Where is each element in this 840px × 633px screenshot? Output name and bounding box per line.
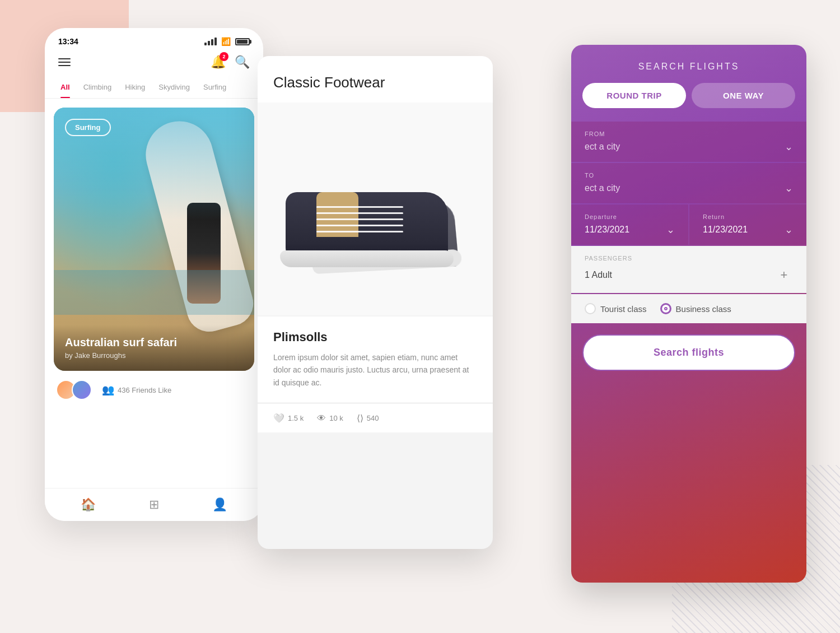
shoe-sole-main: [280, 250, 454, 267]
ecom-page-title: Classic Footwear: [273, 74, 477, 91]
search-flights-button[interactable]: Search flights: [582, 334, 795, 371]
business-radio: [660, 303, 671, 314]
round-trip-button[interactable]: ROUND TRIP: [582, 83, 686, 108]
dates-row: Departure 11/23/2021 ⌄ Return 11/23/2021…: [571, 204, 806, 245]
product-stats: 🤍 1.5 k 👁 10 k ⟨⟩ 540: [258, 403, 493, 432]
shoe-laces-main: [316, 206, 403, 237]
eye-icon: 👁: [317, 413, 326, 423]
card-info: Australian surf safari by Jake Burroughs: [54, 325, 254, 371]
header-actions: 🔔 2 🔍: [211, 55, 250, 69]
departure-section: Departure 11/23/2021 ⌄: [571, 204, 688, 245]
one-way-button[interactable]: ONE WAY: [692, 83, 795, 108]
nav-item-surfing[interactable]: Surfing: [197, 78, 233, 98]
heart-icon: 🤍: [273, 413, 284, 423]
passengers-section: PASSENGERS 1 Adult +: [571, 246, 806, 293]
from-city-section: FROM ect a city ⌄: [571, 122, 806, 162]
return-section: Return 11/23/2021 ⌄: [689, 204, 806, 245]
departure-label: Departure: [585, 213, 675, 220]
category-badge: Surfing: [65, 119, 111, 136]
departure-date-value[interactable]: 11/23/2021: [585, 225, 629, 235]
status-bar: 13:34 📶: [45, 28, 263, 50]
from-chevron-icon: ⌄: [785, 141, 793, 153]
flight-search-card: SEARCH FLIGHTS ROUND TRIP ONE WAY FROM e…: [571, 45, 806, 583]
business-class-label: Business class: [676, 304, 731, 314]
share-icon: ⟨⟩: [357, 413, 363, 423]
product-title: Plimsolls: [273, 330, 477, 345]
home-nav-icon[interactable]: 🏠: [81, 497, 96, 512]
likes-count: 1.5 k: [288, 414, 304, 422]
avatar-group: [56, 380, 87, 400]
to-city-section: TO ect a city ⌄: [571, 163, 806, 203]
shares-stat: ⟨⟩ 540: [357, 413, 379, 423]
status-icons: 📶: [204, 37, 250, 46]
notification-badge: 2: [220, 52, 228, 61]
from-input-row: ect a city ⌄: [585, 141, 793, 153]
notification-button[interactable]: 🔔 2: [211, 55, 226, 69]
battery-icon: [235, 38, 250, 45]
class-selection: Tourist class Business class: [571, 294, 806, 323]
shoe-main: [286, 192, 448, 265]
profile-nav-icon[interactable]: 👤: [212, 497, 227, 512]
product-image-area: [258, 103, 493, 315]
wifi-icon: 📶: [221, 37, 231, 46]
return-date-value[interactable]: 11/23/2021: [703, 225, 748, 235]
return-input-row: 11/23/2021 ⌄: [703, 224, 793, 236]
grid-nav-icon[interactable]: ⊞: [149, 497, 159, 512]
search-icon[interactable]: 🔍: [235, 55, 250, 69]
tourist-class-option[interactable]: Tourist class: [585, 303, 647, 314]
from-city-value[interactable]: ect a city: [585, 142, 620, 152]
return-label: Return: [703, 213, 793, 220]
avatar-2: [72, 380, 92, 400]
trip-type-toggle: ROUND TRIP ONE WAY: [571, 83, 806, 122]
to-input-row: ect a city ⌄: [585, 182, 793, 194]
nav-item-all[interactable]: All: [54, 78, 77, 98]
card-author: by Jake Burroughs: [65, 351, 243, 360]
from-label: FROM: [585, 131, 793, 137]
to-chevron-icon: ⌄: [785, 182, 793, 194]
friends-info: 👥 436 Friends Like: [102, 384, 171, 396]
ocean-effect: [54, 270, 254, 315]
views-stat: 👁 10 k: [317, 413, 343, 423]
departure-chevron-icon: ⌄: [666, 224, 675, 236]
tourist-class-label: Tourist class: [600, 304, 647, 314]
social-section: 👥 436 Friends Like: [54, 371, 254, 404]
flight-header: SEARCH FLIGHTS: [571, 45, 806, 83]
product-description: Lorem ipsum dolor sit amet, sapien etiam…: [273, 351, 477, 389]
app-header: 🔔 2 🔍: [45, 50, 263, 78]
signal-icon: [204, 38, 217, 45]
card-title: Australian surf safari: [65, 336, 243, 349]
shares-count: 540: [367, 414, 379, 422]
category-nav: All Climbing Hiking Skydiving Surfing: [45, 78, 263, 99]
return-chevron-icon: ⌄: [785, 224, 793, 236]
nav-item-climbing[interactable]: Climbing: [77, 78, 119, 98]
people-icon: 👥: [102, 384, 114, 396]
to-label: TO: [585, 172, 793, 179]
product-info: Plimsolls Lorem ipsum dolor sit amet, sa…: [258, 316, 493, 402]
add-passenger-button[interactable]: +: [775, 266, 793, 284]
ecommerce-card: Classic Footwear: [258, 56, 493, 549]
content-area: Surfing Australian surf safari by Jake B…: [45, 99, 263, 413]
nav-item-hiking[interactable]: Hiking: [118, 78, 152, 98]
sports-app-card: 13:34 📶 🔔 2 🔍 All: [45, 28, 263, 521]
status-time: 13:34: [58, 37, 78, 46]
friends-count: 436 Friends Like: [118, 386, 171, 394]
passengers-label: PASSENGERS: [585, 255, 793, 262]
shoe-illustration: [286, 147, 465, 271]
passengers-row: 1 Adult +: [585, 266, 793, 284]
surf-card[interactable]: Surfing Australian surf safari by Jake B…: [54, 108, 254, 371]
tourist-radio: [585, 303, 596, 314]
bottom-nav: 🏠 ⊞ 👤: [45, 488, 263, 521]
likes-stat: 🤍 1.5 k: [273, 413, 304, 423]
to-city-value[interactable]: ect a city: [585, 183, 620, 193]
views-count: 10 k: [329, 414, 343, 422]
departure-input-row: 11/23/2021 ⌄: [585, 224, 675, 236]
passengers-value: 1 Adult: [585, 270, 612, 280]
nav-item-skydiving[interactable]: Skydiving: [152, 78, 197, 98]
flight-page-title: SEARCH FLIGHTS: [588, 62, 790, 72]
business-class-option[interactable]: Business class: [660, 303, 731, 314]
ecom-header: Classic Footwear: [258, 56, 493, 103]
menu-button[interactable]: [58, 58, 71, 66]
